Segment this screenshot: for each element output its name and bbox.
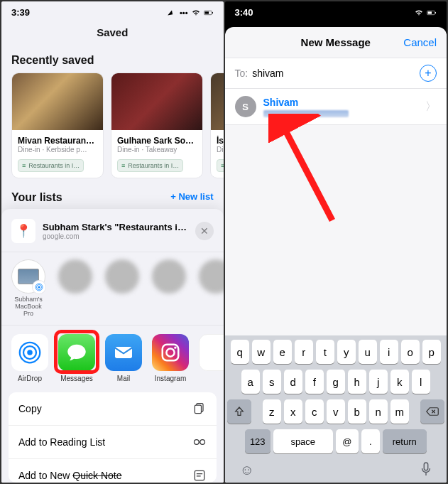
key-x[interactable]: x: [284, 399, 302, 424]
key-j[interactable]: j: [369, 370, 388, 394]
key-q[interactable]: q: [231, 340, 249, 364]
place-card[interactable]: Mivan Restauran… Dine-in · Kerbside p… ≡…: [11, 72, 104, 178]
place-card[interactable]: Gulhane Sark So… Dine-in · Takeaway ≡Res…: [111, 72, 203, 178]
list-chip: ≡Restaurants in I…: [117, 159, 183, 172]
notes-icon: [199, 334, 224, 371]
key-a[interactable]: a: [241, 370, 260, 394]
place-photo: [111, 73, 202, 130]
airdrop-icon: [11, 334, 48, 371]
share-item-source: google.com: [43, 232, 188, 240]
svg-point-11: [166, 348, 174, 356]
share-contact[interactable]: [58, 259, 92, 318]
numbers-key[interactable]: 123: [245, 429, 271, 453]
return-key[interactable]: return: [383, 429, 427, 453]
key-y[interactable]: y: [337, 340, 356, 364]
svg-point-12: [174, 347, 176, 349]
share-contact[interactable]: [105, 259, 139, 318]
to-label: To:: [235, 68, 248, 79]
share-contact[interactable]: [199, 259, 224, 318]
key-f[interactable]: f: [305, 370, 324, 394]
key-v[interactable]: v: [327, 399, 345, 424]
share-sheet: 📍 Subham Stark's "Restaurants in Ist… go…: [1, 209, 224, 483]
share-apps-row: AirDrop Messages Mail Instagram: [1, 325, 224, 389]
cancel-button[interactable]: Cancel: [403, 36, 437, 48]
close-share-button[interactable]: ✕: [195, 222, 214, 240]
action-reading-list[interactable]: Add to Reading List: [9, 426, 217, 459]
key-m[interactable]: m: [390, 399, 409, 424]
contact-avatar: S: [235, 96, 256, 117]
messages-icon: [58, 334, 95, 371]
new-message-title: New Message: [301, 36, 371, 48]
new-list-button[interactable]: + New list: [170, 191, 213, 204]
wifi-icon: [191, 9, 201, 17]
key-u[interactable]: u: [359, 340, 377, 364]
share-app-instagram[interactable]: Instagram: [152, 334, 189, 382]
key-g[interactable]: g: [327, 370, 345, 394]
to-input[interactable]: [252, 68, 415, 79]
key-d[interactable]: d: [284, 370, 302, 394]
key-h[interactable]: h: [348, 370, 366, 394]
location-icon: [167, 9, 177, 17]
contact-avatar: [105, 259, 139, 294]
svg-rect-19: [435, 11, 436, 13]
share-item-title: Subham Stark's "Restaurants in Ist…: [43, 222, 188, 232]
dictation-key[interactable]: [420, 462, 432, 480]
list-chip: ≡Restaurants in I…: [18, 159, 84, 172]
to-field-row[interactable]: To: +: [225, 58, 447, 89]
share-app-airdrop[interactable]: AirDrop: [11, 334, 48, 382]
key-s[interactable]: s: [263, 370, 281, 394]
status-time: 3:40: [235, 7, 253, 18]
recently-saved-heading: Recently saved: [1, 48, 224, 72]
key-e[interactable]: e: [273, 340, 292, 364]
at-key[interactable]: @: [336, 429, 359, 453]
key-n[interactable]: n: [369, 399, 388, 424]
share-app-mail[interactable]: Mail: [105, 334, 142, 382]
action-quick-note[interactable]: Add to New Quick Note: [9, 459, 217, 483]
svg-rect-21: [424, 463, 427, 470]
backspace-key[interactable]: [420, 399, 444, 424]
glasses-icon: [192, 435, 207, 449]
new-message-sheet: New Message Cancel To: + S Shivam 〉 qwer…: [225, 27, 447, 483]
key-b[interactable]: b: [348, 399, 366, 424]
status-bar: 3:39 •••: [1, 1, 224, 19]
svg-point-16: [200, 440, 204, 445]
contact-suggestion[interactable]: S Shivam 〉: [225, 89, 447, 125]
key-k[interactable]: k: [390, 370, 409, 394]
keyboard: qwertyuiop asdfghjkl zxcvbnm 123 space @…: [225, 335, 447, 483]
dot-key[interactable]: .: [361, 429, 380, 453]
recently-saved-cards: Mivan Restauran… Dine-in · Kerbside p… ≡…: [1, 72, 224, 185]
key-i[interactable]: i: [380, 340, 398, 364]
action-copy[interactable]: Copy: [9, 392, 217, 426]
airdrop-badge-icon: [32, 280, 46, 294]
share-contact[interactable]: [152, 259, 186, 318]
svg-point-3: [38, 286, 40, 289]
your-lists-heading: Your lists: [11, 191, 62, 204]
key-c[interactable]: c: [305, 399, 324, 424]
key-p[interactable]: p: [422, 340, 441, 364]
list-chip: ≡Re: [217, 159, 224, 172]
space-key[interactable]: space: [273, 429, 333, 453]
key-l[interactable]: l: [412, 370, 430, 394]
chevron-right-icon: 〉: [425, 100, 437, 114]
key-w[interactable]: w: [252, 340, 271, 364]
battery-icon: [427, 9, 437, 17]
share-app-messages[interactable]: Messages: [58, 334, 95, 382]
status-time: 3:39: [11, 7, 30, 18]
key-t[interactable]: t: [316, 340, 334, 364]
place-photo: [211, 73, 224, 130]
phone-saved-screen: 3:39 ••• Saved Recently saved Mivan Rest…: [1, 1, 224, 483]
status-bar: 3:40: [225, 1, 447, 19]
shift-key[interactable]: [227, 399, 251, 424]
key-z[interactable]: z: [263, 399, 281, 424]
svg-rect-1: [212, 11, 212, 13]
share-favicon: 📍: [11, 219, 35, 243]
share-app-more[interactable]: [199, 334, 224, 382]
svg-point-6: [27, 350, 33, 355]
share-contact[interactable]: Subham's MacBook Pro: [11, 259, 45, 318]
add-contact-button[interactable]: +: [420, 65, 437, 82]
emoji-key[interactable]: ☺: [240, 462, 254, 480]
place-card[interactable]: İstan Dine-i ≡Re: [210, 72, 224, 178]
wifi-icon: [414, 9, 424, 17]
key-r[interactable]: r: [295, 340, 313, 364]
key-o[interactable]: o: [401, 340, 420, 364]
